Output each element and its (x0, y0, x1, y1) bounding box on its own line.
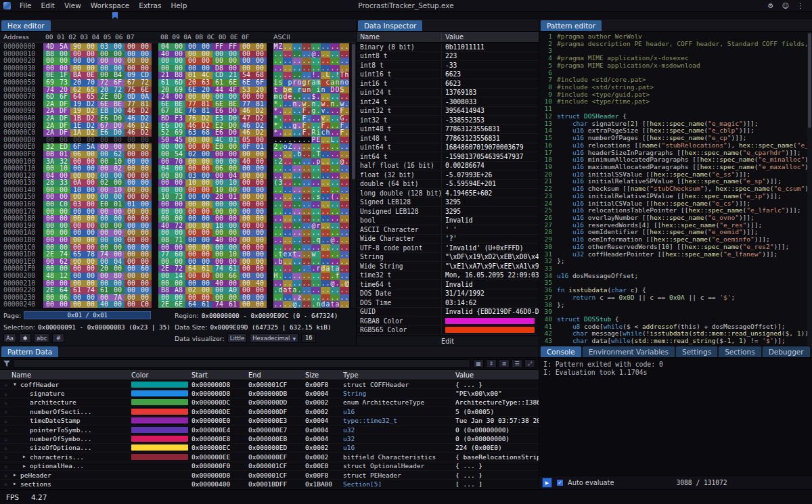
ascii-char[interactable]: . (330, 93, 335, 101)
ascii-char[interactable]: @ (344, 280, 349, 288)
ascii-char[interactable]: . (340, 93, 344, 101)
pattern-data-row[interactable]: ✩pointerToSymb...0x000000E40x000000E70x0… (0, 426, 539, 434)
inspector-row-value[interactable]: 4.19465E+602 (442, 189, 539, 197)
ascii-char[interactable]: . (340, 273, 344, 280)
ascii-char[interactable]: . (278, 294, 283, 302)
inspector-row-value[interactable] (442, 318, 539, 324)
hex-byte[interactable]: 00 (70, 301, 84, 308)
ascii-char[interactable]: . (325, 115, 330, 122)
console-tab-settings[interactable]: Settings (676, 346, 717, 357)
ascii-char[interactable]: . (278, 51, 283, 58)
ascii-char[interactable]: n (335, 79, 340, 87)
hex-byte[interactable]: 00 (111, 43, 125, 51)
ascii-char[interactable]: . (278, 244, 283, 252)
ascii-char[interactable]: . (330, 258, 335, 266)
ascii-char[interactable]: . (311, 43, 316, 51)
ascii-char[interactable]: . (316, 51, 321, 58)
ascii-char[interactable]: . (307, 187, 311, 194)
ascii-char[interactable] (321, 79, 325, 87)
ascii-char[interactable]: . (316, 43, 321, 51)
hex-byte[interactable]: 00 (240, 273, 253, 280)
hex-scrollbar[interactable] (351, 43, 356, 308)
hex-byte[interactable]: FF (226, 43, 240, 51)
hex-byte[interactable]: 66 (226, 273, 240, 280)
ascii-char[interactable]: . (340, 193, 344, 201)
ascii-char[interactable]: q (316, 237, 321, 244)
ascii-char[interactable]: . (302, 229, 307, 237)
ascii-char[interactable]: . (340, 258, 344, 266)
ascii-char[interactable]: . (297, 165, 302, 173)
ascii-char[interactable]: . (325, 193, 330, 201)
code-line[interactable]: 32}; (539, 258, 812, 265)
ascii-char[interactable]: . (321, 158, 325, 166)
hex-byte[interactable]: 00 (253, 151, 267, 158)
ascii-char[interactable]: . (344, 244, 349, 252)
hex-byte[interactable]: 00 (158, 151, 172, 158)
ascii-char[interactable]: . (278, 229, 283, 237)
ascii-char[interactable]: . (273, 151, 278, 158)
ascii-char[interactable]: ! (311, 72, 316, 79)
ascii-char[interactable]: . (273, 58, 278, 65)
ascii-char[interactable]: . (340, 137, 344, 144)
ascii-char[interactable]: . (292, 280, 297, 288)
hex-byte[interactable]: 6F (111, 79, 125, 87)
ascii-char[interactable]: . (311, 273, 316, 280)
code-line[interactable]: 38}; (539, 302, 812, 309)
ascii-char[interactable]: . (292, 72, 297, 79)
case-toggle-icon[interactable]: Aa (3, 334, 16, 343)
inspector-row-value[interactable]: 16848607019070003679 (442, 143, 539, 151)
ascii-char[interactable]: . (278, 208, 283, 216)
ascii-char[interactable]: . (292, 193, 297, 201)
ascii-char[interactable]: m (316, 79, 321, 87)
ascii-char[interactable]: . (292, 43, 297, 51)
ascii-char[interactable] (278, 87, 283, 94)
ascii-char[interactable]: . (292, 294, 297, 302)
col-name[interactable]: Name (12, 371, 128, 379)
hex-byte[interactable]: 00 (138, 151, 152, 158)
ascii-char[interactable]: . (321, 193, 325, 201)
settings-gear-icon[interactable]: ⚙ (768, 2, 774, 9)
ascii-char[interactable]: . (297, 229, 302, 237)
ascii-char[interactable]: . (302, 151, 307, 158)
hex-byte[interactable]: 76 (185, 115, 199, 122)
ascii-char[interactable]: . (292, 129, 297, 137)
ascii-char[interactable]: . (297, 101, 302, 108)
ascii-char[interactable]: . (292, 137, 297, 144)
ascii-char[interactable]: . (307, 58, 311, 65)
inspector-row-value[interactable]: -5.07993E+26 (442, 171, 539, 179)
ascii-char[interactable]: . (335, 137, 340, 144)
ascii-char[interactable]: . (288, 165, 292, 173)
ascii-char[interactable]: . (330, 179, 335, 187)
hex-byte[interactable]: 0B (43, 151, 57, 158)
ascii-char[interactable]: . (297, 280, 302, 288)
hex-byte[interactable]: 00 (185, 273, 199, 280)
ascii-char[interactable]: . (297, 108, 302, 115)
ascii-char[interactable]: . (335, 173, 340, 180)
ascii-char[interactable]: . (335, 187, 340, 194)
col-value[interactable]: Value (455, 371, 539, 379)
ascii-char[interactable]: : (273, 158, 278, 166)
ascii-char[interactable]: v (321, 108, 325, 115)
hex-byte[interactable]: 62 (111, 151, 125, 158)
ascii-char[interactable]: t (278, 251, 283, 258)
ascii-char[interactable]: . (330, 208, 335, 216)
ascii-char[interactable]: . (330, 229, 335, 237)
hex-byte[interactable]: 6E (240, 79, 253, 87)
inspector-row-value[interactable]: 77863123556831 (442, 135, 539, 142)
ascii-char[interactable]: . (283, 158, 288, 166)
ascii-char[interactable]: . (292, 229, 297, 237)
ascii-char[interactable]: d (321, 265, 325, 273)
ascii-char[interactable]: w (340, 101, 344, 108)
ascii-char[interactable]: . (292, 143, 297, 151)
ascii-char[interactable]: m (273, 93, 278, 101)
pattern-data-row[interactable]: ✩architecture0x000000DC0x000000DD0x0002e… (0, 398, 539, 407)
ascii-char[interactable]: . (311, 122, 316, 130)
ascii-char[interactable]: . (302, 158, 307, 166)
ascii-char[interactable]: . (297, 208, 302, 216)
menu-file[interactable]: File (15, 1, 37, 10)
ascii-char[interactable]: . (325, 51, 330, 58)
ascii-char[interactable]: . (288, 108, 292, 115)
ascii-char[interactable]: . (273, 229, 278, 237)
ascii-char[interactable]: . (335, 244, 340, 252)
ascii-char[interactable]: . (330, 201, 335, 208)
